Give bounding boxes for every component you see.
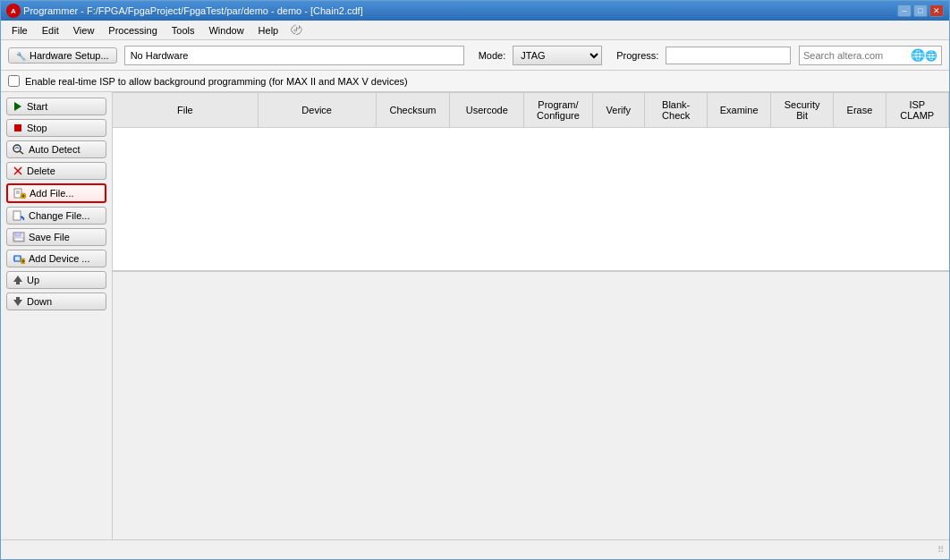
menu-edit[interactable]: Edit bbox=[35, 23, 66, 38]
stop-icon bbox=[13, 123, 23, 133]
col-security: SecurityBit bbox=[771, 93, 834, 127]
mode-select[interactable]: JTAG Active Serial Passive Serial bbox=[513, 46, 602, 65]
change-file-button[interactable]: Change File... bbox=[6, 207, 106, 225]
auto-detect-button[interactable]: Auto Detect bbox=[6, 140, 106, 158]
up-button[interactable]: Up bbox=[6, 271, 106, 289]
svg-marker-24 bbox=[13, 276, 22, 282]
start-icon bbox=[13, 101, 23, 112]
col-file: File bbox=[113, 93, 259, 127]
svg-rect-1 bbox=[14, 124, 21, 132]
col-blank: Blank-Check bbox=[645, 93, 708, 127]
close-button[interactable]: ✕ bbox=[929, 4, 944, 17]
search-input[interactable] bbox=[803, 50, 911, 61]
col-device: Device bbox=[259, 93, 377, 127]
delete-icon bbox=[13, 165, 23, 176]
add-file-button[interactable]: Add File... bbox=[6, 183, 106, 203]
svg-rect-15 bbox=[14, 238, 23, 241]
svg-marker-26 bbox=[13, 300, 22, 306]
svg-line-3 bbox=[20, 151, 23, 154]
hardware-icon bbox=[16, 50, 26, 61]
search-globe-icon: 🌐 bbox=[911, 48, 937, 62]
svg-rect-27 bbox=[16, 297, 20, 300]
col-program: Program/Configure bbox=[524, 93, 593, 127]
hardware-setup-label: Hardware Setup... bbox=[30, 50, 109, 61]
progress-bar bbox=[666, 47, 791, 64]
svg-rect-25 bbox=[16, 282, 20, 284]
title-bar-text: Programmer - F:/FPGA/FpgaProject/FpgaTes… bbox=[23, 5, 897, 16]
svg-rect-14 bbox=[15, 233, 21, 236]
title-bar: A Programmer - F:/FPGA/FpgaProject/FpgaT… bbox=[1, 1, 949, 21]
bottom-panel bbox=[113, 271, 949, 559]
menu-bar: File Edit View Processing Tools Window H… bbox=[1, 21, 949, 40]
sidebar: Start Stop Auto Detect Delete bbox=[1, 92, 113, 559]
hardware-name-field[interactable] bbox=[124, 46, 464, 65]
search-box[interactable]: 🌐 bbox=[799, 46, 942, 65]
auto-detect-icon bbox=[13, 144, 25, 155]
menu-processing[interactable]: Processing bbox=[101, 23, 164, 38]
minimize-button[interactable]: – bbox=[897, 4, 912, 17]
start-button[interactable]: Start bbox=[6, 98, 106, 115]
col-usercode: Usercode bbox=[450, 93, 524, 127]
right-panel: File Device Checksum Usercode Program/Co… bbox=[113, 92, 949, 559]
col-isp: ISPCLAMP bbox=[886, 93, 949, 127]
checkbox-row: Enable real-time ISP to allow background… bbox=[1, 71, 949, 92]
svg-rect-12 bbox=[13, 211, 21, 220]
add-device-icon bbox=[13, 253, 25, 264]
col-examine: Examine bbox=[708, 93, 770, 127]
svg-point-2 bbox=[13, 145, 21, 152]
add-file-icon bbox=[13, 188, 26, 199]
down-button[interactable]: Down bbox=[6, 293, 106, 310]
content-wrapper: Start Stop Auto Detect Delete bbox=[1, 92, 949, 559]
svg-rect-16 bbox=[14, 256, 21, 261]
col-erase: Erase bbox=[834, 93, 886, 127]
mode-label: Mode: bbox=[479, 50, 506, 61]
restore-button[interactable]: □ bbox=[913, 4, 928, 17]
progress-label: Progress: bbox=[616, 50, 658, 61]
col-checksum: Checksum bbox=[377, 93, 451, 127]
delete-button[interactable]: Delete bbox=[6, 162, 106, 180]
menu-tools[interactable]: Tools bbox=[165, 23, 202, 38]
stop-button[interactable]: Stop bbox=[6, 119, 106, 137]
realtime-isp-checkbox[interactable] bbox=[8, 75, 20, 87]
table-header: File Device Checksum Usercode Program/Co… bbox=[113, 92, 949, 128]
save-file-button[interactable]: Save File bbox=[6, 228, 106, 246]
hardware-setup-button[interactable]: Hardware Setup... bbox=[8, 47, 117, 64]
menu-file[interactable]: File bbox=[4, 23, 35, 38]
table-body bbox=[113, 128, 949, 271]
svg-marker-0 bbox=[14, 102, 21, 111]
save-file-icon bbox=[13, 232, 25, 242]
menu-view[interactable]: View bbox=[66, 23, 102, 38]
altera-logo-text: 〄 bbox=[291, 23, 303, 38]
resize-handle: ⠿ bbox=[937, 545, 944, 555]
app-icon: A bbox=[6, 4, 21, 18]
title-bar-controls: – □ ✕ bbox=[897, 4, 944, 17]
status-bar: ⠿ bbox=[1, 539, 949, 559]
menu-help[interactable]: Help bbox=[251, 23, 286, 38]
toolbar: Hardware Setup... Mode: JTAG Active Seri… bbox=[1, 40, 949, 71]
change-file-icon bbox=[13, 210, 25, 221]
add-device-button[interactable]: Add Device ... bbox=[6, 250, 106, 267]
down-icon bbox=[13, 296, 23, 307]
up-icon bbox=[13, 275, 23, 285]
col-verify: Verify bbox=[593, 93, 645, 127]
menu-window[interactable]: Window bbox=[201, 23, 250, 38]
app-window: A Programmer - F:/FPGA/FpgaProject/FpgaT… bbox=[0, 0, 950, 560]
realtime-isp-label: Enable real-time ISP to allow background… bbox=[25, 76, 408, 87]
